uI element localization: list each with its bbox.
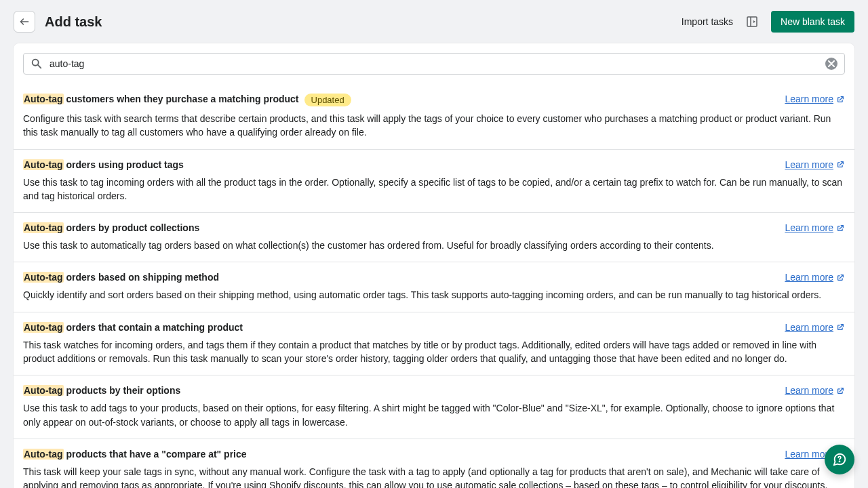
help-fab-button[interactable] [825,445,854,474]
task-title-rest: orders using product tags [64,159,184,170]
task-head: Auto-tag orders by product collections [23,222,845,233]
external-link-icon [836,224,845,232]
learn-more-label: Learn more [785,159,833,170]
task-item[interactable]: Auto-tag products by their optionsUse th… [14,375,854,439]
task-title-rest: orders by product collections [64,222,200,233]
arrow-left-icon [19,16,30,27]
learn-more-link[interactable]: Learn more [785,222,845,233]
search-highlight: Auto-tag [23,272,64,283]
task-description: Use this task to tag incoming orders wit… [23,176,845,203]
header-actions: Import tasks New blank task [682,11,854,33]
task-title: Auto-tag orders by product collections [23,222,199,233]
page-title: Add task [45,14,672,30]
search-highlight: Auto-tag [23,322,64,333]
learn-more-link[interactable]: Learn more [785,385,845,396]
chat-help-icon [832,452,847,467]
new-blank-task-button[interactable]: New blank task [771,11,854,33]
search-highlight: Auto-tag [23,385,64,396]
page-header: Add task Import tasks New blank task [0,0,868,43]
task-description: This task watches for incoming orders, a… [23,338,845,366]
learn-more-link[interactable]: Learn more [785,322,845,333]
learn-more-link[interactable]: Learn more [785,272,845,283]
import-tasks-link[interactable]: Import tasks [682,16,733,27]
task-title-rest: orders based on shipping method [64,272,219,283]
search-box [23,53,845,75]
search-highlight: Auto-tag [23,94,64,104]
close-icon [828,60,835,67]
external-link-icon [836,386,845,395]
search-highlight: Auto-tag [23,159,64,170]
clear-search-button[interactable] [825,58,837,70]
search-container [14,43,854,84]
search-input[interactable] [50,58,818,69]
task-title: Auto-tag orders based on shipping method [23,272,219,283]
task-head: Auto-tag orders based on shipping method [23,272,845,283]
task-head: Auto-tag products by their options [23,385,845,396]
task-title-rest: customers when they purchase a matching … [64,94,299,104]
task-item[interactable]: Auto-tag orders that contain a matching … [14,312,854,376]
learn-more-label: Learn more [785,222,833,233]
task-list-card: Auto-tag customers when they purchase a … [14,43,854,488]
external-link-icon [836,160,845,169]
back-button[interactable] [14,11,35,33]
task-item[interactable]: Auto-tag orders by product collectionsUs… [14,213,854,262]
external-link-icon [836,95,845,104]
search-highlight: Auto-tag [23,449,64,460]
task-description: Quickly identify and sort orders based o… [23,288,845,302]
learn-more-label: Learn more [785,272,833,283]
updated-badge: Updated [304,94,351,106]
task-title-rest: products that have a "compare at" price [64,449,247,460]
learn-more-link[interactable]: Learn more [785,94,845,104]
search-icon [31,58,43,70]
task-title: Auto-tag orders using product tags [23,159,184,170]
external-link-icon [836,273,845,282]
task-item[interactable]: Auto-tag orders based on shipping method… [14,262,854,312]
task-description: Configure this task with search terms th… [23,112,845,140]
learn-more-label: Learn more [785,385,833,396]
task-item[interactable]: Auto-tag customers when they purchase a … [14,84,854,150]
search-highlight: Auto-tag [23,222,64,233]
learn-more-link[interactable]: Learn more [785,159,845,170]
task-item[interactable]: Auto-tag orders using product tagsUse th… [14,150,854,214]
expand-icon [745,15,759,28]
task-title: Auto-tag products by their options [23,385,180,396]
svg-point-1 [840,461,840,462]
expand-button[interactable] [744,14,760,30]
task-title: Auto-tag customers when they purchase a … [23,94,299,104]
task-head: Auto-tag orders using product tags [23,159,845,170]
task-description: This task will keep your sale tags in sy… [23,465,845,488]
task-title: Auto-tag orders that contain a matching … [23,322,243,333]
task-head: Auto-tag customers when they purchase a … [23,94,845,106]
task-item[interactable]: Auto-tag products that have a "compare a… [14,439,854,488]
task-description: Use this task to automatically tag order… [23,239,845,252]
task-title-rest: orders that contain a matching product [64,322,243,333]
learn-more-label: Learn more [785,322,833,333]
task-title: Auto-tag products that have a "compare a… [23,449,247,460]
task-description: Use this task to add tags to your produc… [23,401,845,429]
external-link-icon [836,323,845,331]
task-title-rest: products by their options [64,385,181,396]
learn-more-label: Learn more [785,94,833,104]
task-head: Auto-tag products that have a "compare a… [23,449,845,460]
task-list: Auto-tag customers when they purchase a … [14,84,854,488]
task-head: Auto-tag orders that contain a matching … [23,322,845,333]
